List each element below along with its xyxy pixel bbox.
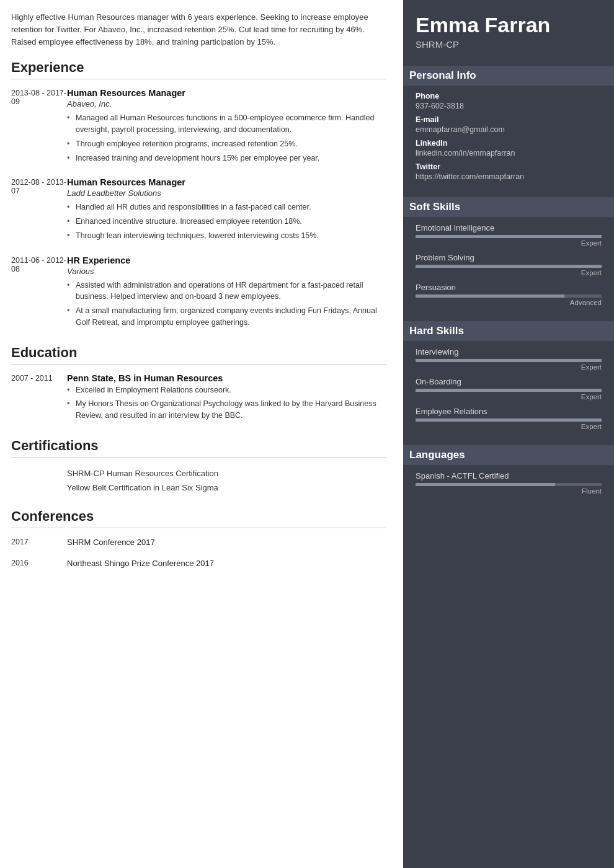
experience-dates: 2011-06 - 2012-08 bbox=[11, 255, 67, 331]
skill-level: Expert bbox=[416, 423, 602, 430]
skill-bar bbox=[416, 359, 602, 362]
left-column: Highly effective Human Resources manager… bbox=[0, 0, 403, 868]
conferences-section: Conferences 2017SHRM Conference 20172016… bbox=[11, 508, 386, 568]
experience-item: 2013-08 - 2017-09Human Resources Manager… bbox=[11, 88, 386, 166]
skill-bar bbox=[416, 418, 602, 422]
hard-skills-list: InterviewingExpertOn-BoardingExpertEmplo… bbox=[416, 347, 602, 430]
skill-level: Fluent bbox=[416, 487, 602, 495]
personal-info-section: Personal Info Phone 937-602-3818 E-mail … bbox=[403, 58, 614, 190]
twitter-value: https://twitter.com/emmapfarran bbox=[416, 172, 602, 181]
skill-name: Interviewing bbox=[416, 347, 602, 356]
phone-label: Phone bbox=[416, 92, 602, 100]
certifications-list: SHRM-CP Human Resources CertificationYel… bbox=[11, 466, 386, 495]
skill-bar-fill bbox=[416, 418, 602, 422]
summary-text: Highly effective Human Resources manager… bbox=[11, 11, 386, 48]
bullet-item: Assisted with administration and operati… bbox=[67, 280, 386, 303]
certifications-section: Certifications SHRM-CP Human Resources C… bbox=[11, 438, 386, 495]
skill-bar bbox=[416, 235, 602, 238]
experience-item: 2012-08 - 2013-07Human Resources Manager… bbox=[11, 177, 386, 244]
bullet-item: At a small manufacturing firm, organized… bbox=[67, 305, 386, 329]
skill-level: Expert bbox=[416, 269, 602, 277]
skill-bar bbox=[416, 294, 602, 298]
bullet-item: Through employee retention programs, inc… bbox=[67, 138, 386, 150]
soft-skills-section: Soft Skills Emotional IntelligenceExpert… bbox=[403, 190, 614, 314]
skill-bar-fill bbox=[416, 294, 564, 298]
bullet-item: Handled all HR duties and responsibiliti… bbox=[67, 202, 386, 213]
skill-name: On-Boarding bbox=[416, 377, 602, 386]
name-block: Emma Farran SHRM-CP bbox=[403, 0, 614, 58]
languages-section: Languages Spanish - ACTFL CertifiedFluen… bbox=[403, 438, 614, 502]
skill-level: Expert bbox=[416, 393, 602, 401]
bullet-item: My Honors Thesis on Organizational Psych… bbox=[67, 398, 386, 422]
skill-name: Persuasion bbox=[416, 283, 602, 292]
job-title: Human Resources Manager bbox=[67, 88, 386, 98]
bullet-item: Enhanced incentive structure. Increased … bbox=[67, 216, 386, 228]
education-title: Education bbox=[11, 345, 386, 365]
personal-info-title: Personal Info bbox=[403, 66, 614, 86]
hard-skills-section: Hard Skills InterviewingExpertOn-Boardin… bbox=[403, 314, 614, 438]
conference-item: 2016Northeast Shingo Prize Conference 20… bbox=[11, 558, 386, 568]
education-title: Penn State, BS in Human Resources bbox=[67, 373, 386, 383]
skill-name: Spanish - ACTFL Certified bbox=[416, 471, 602, 480]
skill-bar-fill bbox=[416, 265, 602, 268]
bullet-item: Managed all Human Resources functions in… bbox=[67, 112, 386, 136]
job-title: Human Resources Manager bbox=[67, 177, 386, 187]
conference-name: Northeast Shingo Prize Conference 2017 bbox=[67, 558, 386, 568]
bullet-item: Increased training and development hours… bbox=[67, 153, 386, 164]
skill-bar-fill bbox=[416, 389, 602, 392]
experience-dates: 2013-08 - 2017-09 bbox=[11, 88, 67, 166]
linkedin-label: LinkedIn bbox=[416, 139, 602, 148]
education-list: 2007 - 2011Penn State, BS in Human Resou… bbox=[11, 373, 386, 424]
soft-skills-title: Soft Skills bbox=[403, 197, 614, 217]
skill-name: Employee Relations bbox=[416, 407, 602, 416]
experience-dates: 2012-08 - 2013-07 bbox=[11, 177, 67, 244]
right-column: Emma Farran SHRM-CP Personal Info Phone … bbox=[403, 0, 614, 868]
skill-bar-fill bbox=[416, 359, 602, 362]
twitter-label: Twitter bbox=[416, 162, 602, 171]
skill-name: Emotional Intelligence bbox=[416, 223, 602, 232]
skill-name: Problem Solving bbox=[416, 253, 602, 262]
skill-bar-fill bbox=[416, 483, 555, 486]
experience-list: 2013-08 - 2017-09Human Resources Manager… bbox=[11, 88, 386, 330]
conferences-title: Conferences bbox=[11, 508, 386, 528]
certifications-title: Certifications bbox=[11, 438, 386, 458]
education-dates: 2007 - 2011 bbox=[11, 373, 67, 424]
credential: SHRM-CP bbox=[416, 39, 602, 50]
experience-item: 2011-06 - 2012-08HR ExperienceVariousAss… bbox=[11, 255, 386, 331]
experience-section: Experience 2013-08 - 2017-09Human Resour… bbox=[11, 60, 386, 330]
conference-name: SHRM Conference 2017 bbox=[67, 537, 386, 547]
company-name: Ladd Leadbetter Solutions bbox=[67, 188, 386, 198]
conference-year: 2017 bbox=[11, 537, 67, 547]
languages-list: Spanish - ACTFL CertifiedFluent bbox=[416, 471, 602, 495]
hard-skills-title: Hard Skills bbox=[403, 321, 614, 341]
experience-title: Experience bbox=[11, 60, 386, 79]
certification-item: Yellow Belt Certification in Lean Six Si… bbox=[11, 480, 386, 495]
bullet-item: Excelled in Employment Relations courseo… bbox=[67, 384, 386, 396]
education-item: 2007 - 2011Penn State, BS in Human Resou… bbox=[11, 373, 386, 424]
email-label: E-mail bbox=[416, 115, 602, 124]
email-value: emmapfarran@gmail.com bbox=[416, 125, 602, 134]
languages-title: Languages bbox=[403, 445, 614, 465]
candidate-name: Emma Farran bbox=[416, 14, 602, 37]
soft-skills-list: Emotional IntelligenceExpertProblem Solv… bbox=[416, 223, 602, 306]
certification-item: SHRM-CP Human Resources Certification bbox=[11, 466, 386, 480]
conferences-list: 2017SHRM Conference 20172016Northeast Sh… bbox=[11, 537, 386, 568]
education-section: Education 2007 - 2011Penn State, BS in H… bbox=[11, 345, 386, 424]
skill-bar-fill bbox=[416, 235, 602, 238]
phone-value: 937-602-3818 bbox=[416, 102, 602, 110]
skill-level: Expert bbox=[416, 239, 602, 247]
company-name: Abaveo, Inc. bbox=[67, 99, 386, 108]
skill-bar bbox=[416, 483, 602, 486]
conference-year: 2016 bbox=[11, 558, 67, 568]
skill-level: Advanced bbox=[416, 299, 602, 306]
skill-bar bbox=[416, 389, 602, 392]
linkedin-value: linkedin.com/in/emmapfarran bbox=[416, 149, 602, 157]
job-title: HR Experience bbox=[67, 255, 386, 265]
skill-bar bbox=[416, 265, 602, 268]
bullet-item: Through lean interviewing techniques, lo… bbox=[67, 230, 386, 242]
conference-item: 2017SHRM Conference 2017 bbox=[11, 537, 386, 547]
skill-level: Expert bbox=[416, 363, 602, 371]
company-name: Various bbox=[67, 267, 386, 276]
resume-container: Highly effective Human Resources manager… bbox=[0, 0, 614, 868]
